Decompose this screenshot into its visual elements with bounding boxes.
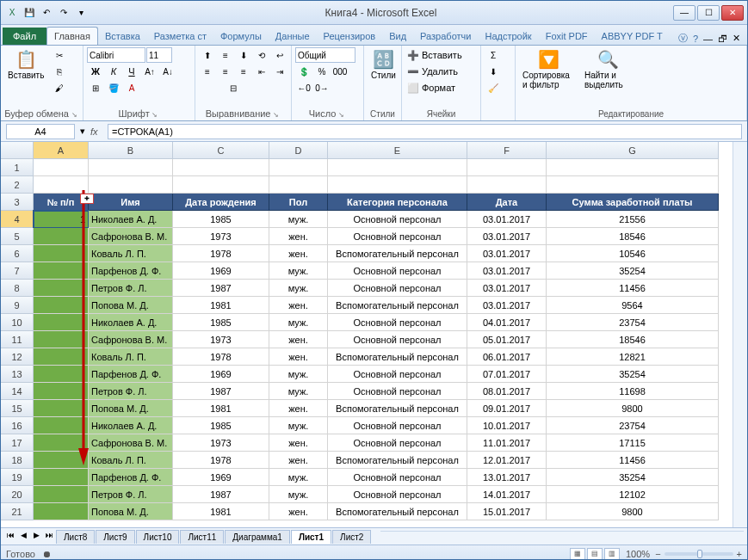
cell-D14[interactable]: муж. [269, 383, 328, 400]
cell-G6[interactable]: 10546 [547, 245, 719, 262]
row-header-1[interactable]: 1 [1, 159, 34, 176]
cell-A1[interactable] [34, 159, 89, 176]
doc-close-icon[interactable]: ✕ [733, 33, 740, 44]
sort-filter-button[interactable]: 🔽 Сортировка и фильтр [519, 47, 578, 91]
cell-B10[interactable]: Николаев А. Д. [89, 314, 173, 331]
cell-F2[interactable] [467, 176, 547, 194]
decrease-decimal-icon[interactable]: 0→ [313, 80, 331, 95]
cell-E7[interactable]: Основной персонал [328, 262, 467, 280]
cell-G21[interactable]: 9800 [547, 503, 719, 520]
row-header-7[interactable]: 7 [1, 262, 34, 280]
cell-F19[interactable]: 13.01.2017 [467, 469, 547, 486]
header-cell-b[interactable]: Имя [89, 194, 173, 211]
tab-insert[interactable]: Вставка [98, 28, 147, 45]
cell-E14[interactable]: Основной персонал [328, 383, 467, 400]
cell-A14[interactable] [34, 383, 89, 400]
fill-handle-icon[interactable]: ✚ [80, 194, 94, 204]
cell-C16[interactable]: 1985 [173, 417, 269, 434]
cell-A6[interactable] [34, 245, 89, 262]
cell-F4[interactable]: 03.01.2017 [467, 211, 547, 228]
cell-A9[interactable] [34, 297, 89, 314]
fill-icon[interactable]: ⬇ [485, 64, 502, 79]
zoom-slider[interactable] [665, 552, 733, 556]
cell-A8[interactable] [34, 280, 89, 297]
header-cell-e[interactable]: Категория персонала [328, 194, 467, 211]
row-header-4[interactable]: 4 [1, 211, 34, 228]
sheet-tab-list1[interactable]: Лист1 [291, 530, 331, 544]
row-header-11[interactable]: 11 [1, 331, 34, 348]
row-header-5[interactable]: 5 [1, 228, 34, 245]
row-header-20[interactable]: 20 [1, 486, 34, 503]
fill-color-icon[interactable]: 🪣 [105, 80, 122, 95]
row-header-18[interactable]: 18 [1, 452, 34, 469]
merge-cells-icon[interactable]: ⊟ [199, 80, 268, 95]
cell-A5[interactable] [34, 228, 89, 245]
minimize-button[interactable]: — [673, 5, 695, 21]
sheet-tab-list11[interactable]: Лист11 [180, 530, 224, 544]
underline-button[interactable]: Ч [123, 64, 140, 79]
row-header-15[interactable]: 15 [1, 400, 34, 417]
cell-E8[interactable]: Основной персонал [328, 280, 467, 297]
row-header-10[interactable]: 10 [1, 314, 34, 331]
row-header-12[interactable]: 12 [1, 348, 34, 366]
cell-F13[interactable]: 07.01.2017 [467, 366, 547, 383]
wrap-text-icon[interactable]: ↩ [271, 47, 288, 63]
cell-E5[interactable]: Основной персонал [328, 228, 467, 245]
header-cell-c[interactable]: Дата рождения [173, 194, 269, 211]
zoom-out-icon[interactable]: − [655, 549, 660, 559]
row-header-14[interactable]: 14 [1, 383, 34, 400]
cell-A4[interactable]: 1 [34, 211, 89, 228]
decrease-indent-icon[interactable]: ⇤ [253, 64, 270, 79]
cell-G4[interactable]: 21556 [547, 211, 719, 228]
cell-G14[interactable]: 11698 [547, 383, 719, 400]
cell-C2[interactable] [173, 176, 269, 194]
tab-addins[interactable]: Надстройк [478, 28, 538, 45]
column-header-E[interactable]: E [328, 142, 467, 159]
cell-F12[interactable]: 06.01.2017 [467, 348, 547, 366]
cell-G10[interactable]: 23754 [547, 314, 719, 331]
cell-E12[interactable]: Вспомогательный персонал [328, 348, 467, 366]
row-header-16[interactable]: 16 [1, 417, 34, 434]
cell-G11[interactable]: 18546 [547, 331, 719, 348]
sheet-tab-list2[interactable]: Лист2 [332, 530, 371, 544]
align-right-icon[interactable]: ≡ [235, 64, 252, 79]
page-layout-view-icon[interactable]: ▤ [587, 548, 603, 560]
cell-B6[interactable]: Коваль Л. П. [89, 245, 173, 262]
font-name-select[interactable]: Calibri [87, 47, 145, 63]
macro-record-icon[interactable]: ⏺ [42, 549, 52, 559]
undo-icon[interactable]: ↶ [39, 5, 54, 21]
excel-icon[interactable]: X [4, 5, 20, 21]
cell-F7[interactable]: 03.01.2017 [467, 262, 547, 280]
cell-A11[interactable] [34, 331, 89, 348]
cell-G2[interactable] [547, 176, 719, 194]
cell-G17[interactable]: 17115 [547, 434, 719, 452]
tab-review[interactable]: Рецензиров [317, 28, 383, 45]
cell-D16[interactable]: муж. [269, 417, 328, 434]
align-middle-icon[interactable]: ≡ [217, 47, 234, 63]
tab-view[interactable]: Вид [382, 28, 413, 45]
cell-D2[interactable] [269, 176, 328, 194]
header-cell-f[interactable]: Дата [467, 194, 547, 211]
cell-A2[interactable] [34, 176, 89, 194]
cell-D15[interactable]: жен. [269, 400, 328, 417]
sheet-nav-prev-icon[interactable]: ◀ [17, 531, 29, 543]
cell-A10[interactable] [34, 314, 89, 331]
select-all-corner[interactable] [1, 142, 34, 159]
format-cells-button[interactable]: ⬜Формат [405, 80, 457, 95]
clear-icon[interactable]: 🧹 [485, 80, 502, 95]
cell-E6[interactable]: Вспомогательный персонал [328, 245, 467, 262]
paste-button[interactable]: 📋 Вставить [4, 47, 47, 82]
cell-E4[interactable]: Основной персонал [328, 211, 467, 228]
cell-D4[interactable]: муж. [269, 211, 328, 228]
bold-button[interactable]: Ж [87, 64, 104, 79]
cell-G15[interactable]: 9800 [547, 400, 719, 417]
clipboard-dialog-launcher-icon[interactable]: ↘ [71, 111, 79, 119]
find-select-button[interactable]: 🔍 Найти и выделить [581, 47, 635, 91]
cell-F15[interactable]: 09.01.2017 [467, 400, 547, 417]
header-cell-g[interactable]: Сумма заработной платы [547, 194, 719, 211]
cell-E19[interactable]: Основной персонал [328, 469, 467, 486]
cell-D6[interactable]: жен. [269, 245, 328, 262]
ribbon-minimize-icon[interactable]: ⓥ [678, 32, 688, 45]
alignment-dialog-launcher-icon[interactable]: ↘ [273, 111, 281, 119]
cell-F6[interactable]: 03.01.2017 [467, 245, 547, 262]
